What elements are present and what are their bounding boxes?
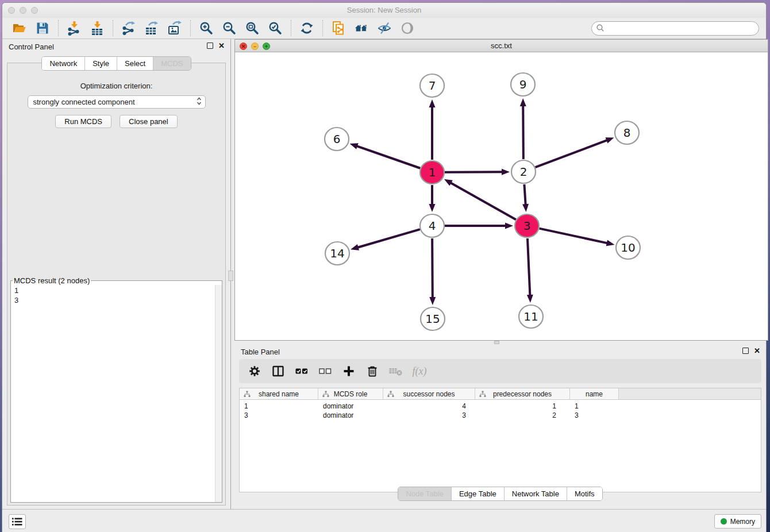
mcds-result-text[interactable]: 1 3 [11,285,215,502]
shared-column-icon [387,391,394,399]
header-filler [619,388,761,399]
export-image-icon[interactable] [166,20,183,37]
cell-name[interactable]: 1 [570,402,619,411]
result-scrollbar[interactable] [215,285,222,502]
delete-table-icon [388,364,403,379]
tab-network[interactable]: Network [42,57,84,70]
cell-shared-name[interactable]: 3 [240,411,318,421]
cell-shared-name[interactable]: 1 [240,402,318,411]
memory-button[interactable]: Memory [714,514,761,529]
content-area: Control Panel ✕ Network Style Select MCD… [2,39,766,509]
export-network-icon[interactable] [120,20,137,37]
memory-status-dot [721,518,727,525]
cell-mcds-role[interactable]: dominator [318,411,383,421]
apply-preferred-layout-icon[interactable] [298,20,315,37]
table-row[interactable]: 1 dominator 4 1 1 [240,402,761,411]
float-table-panel-icon[interactable] [742,348,749,354]
zoom-out-icon[interactable] [221,20,238,37]
column-header-mcds-role[interactable]: MCDS role [318,388,383,399]
column-layout-icon[interactable] [271,364,286,379]
control-panel-tabs: Network Style Select MCDS [2,56,230,71]
mcds-result-box: MCDS result (2 nodes) 1 3 [10,276,222,503]
cell-name[interactable]: 3 [570,411,619,421]
run-mcds-button[interactable]: Run MCDS [55,115,111,128]
tab-select[interactable]: Select [117,57,153,70]
graphics-details-icon[interactable] [376,20,393,37]
cell-predecessor-nodes[interactable]: 2 [475,411,570,421]
graph-node-label: 3 [523,219,531,233]
select-stepper-icon [197,97,202,107]
open-session-icon[interactable] [11,20,28,37]
network-minimize-button[interactable]: − [251,43,259,50]
close-table-panel-icon[interactable]: ✕ [754,348,760,354]
table-row[interactable]: 3 dominator 3 2 3 [240,411,761,421]
tab-node-table[interactable]: Node Table [398,487,451,500]
cell-successor-nodes[interactable]: 3 [383,411,475,421]
control-panel: Control Panel ✕ Network Style Select MCD… [2,39,231,509]
tab-network-table[interactable]: Network Table [504,487,567,500]
zoom-fit-icon[interactable] [244,20,261,37]
save-session-icon[interactable] [34,20,51,37]
graph-node-label: 10 [621,241,635,255]
control-panel-header: Control Panel ✕ [2,39,230,55]
mcds-result-title: MCDS result (2 nodes) [13,276,91,285]
graph-node-label: 11 [523,310,538,323]
birds-eye-view-icon[interactable] [399,20,416,37]
cell-mcds-role[interactable]: dominator [318,402,383,411]
panel-splitter-grip[interactable] [228,271,233,281]
graph-node-label: 6 [333,132,341,146]
graph-node-label: 4 [429,219,436,233]
toolbar-separator [291,20,291,36]
tab-mcds[interactable]: MCDS [153,57,190,70]
table-tabs: Node Table Edge Table Network Table Moti… [234,487,766,501]
close-panel-icon[interactable]: ✕ [218,43,225,49]
network-close-button[interactable]: ✕ [240,43,247,50]
cell-successor-nodes[interactable]: 4 [383,402,475,411]
column-header-name[interactable]: name [570,388,619,399]
search-icon [596,24,605,34]
first-neighbors-icon[interactable] [353,20,370,37]
status-bar: Memory [2,509,766,532]
network-canvas[interactable]: 1234678910111415 [235,52,768,340]
optimization-criterion-label: Optimization criterion: [7,82,225,90]
optimization-criterion-select[interactable]: strongly connected component [28,95,206,109]
window-title: Session: New Session [2,3,766,18]
network-maximize-button[interactable]: + [263,43,270,50]
task-history-button[interactable] [9,514,26,529]
add-column-icon[interactable] [341,364,356,379]
cell-predecessor-nodes[interactable]: 1 [475,402,570,411]
node-table[interactable]: shared name MCDS role successor nodes pr… [239,388,761,492]
tab-motifs[interactable]: Motifs [567,487,602,500]
export-table-icon[interactable] [143,20,160,37]
float-panel-icon[interactable] [207,43,213,49]
toolbar-separator [58,20,59,36]
settings-gear-icon[interactable] [247,364,262,379]
shared-column-icon [244,391,251,399]
network-graph: 1234678910111415 [235,52,768,340]
clone-network-icon[interactable] [330,20,347,37]
zoom-in-icon[interactable] [198,20,215,37]
unselect-all-icon[interactable] [318,364,333,379]
graph-node-label: 8 [623,126,631,140]
table-panel: Table Panel ✕ [234,344,766,509]
import-table-icon[interactable] [88,20,106,37]
column-header-successor-nodes[interactable]: successor nodes [383,388,475,399]
mcds-panel: Optimization criterion: strongly connect… [7,63,226,506]
shared-column-icon [479,391,486,399]
graph-node-label: 7 [429,79,436,92]
select-all-icon[interactable] [294,364,309,379]
import-network-icon[interactable] [66,20,83,37]
tab-style[interactable]: Style [84,57,117,70]
column-header-predecessor-nodes[interactable]: predecessor nodes [475,388,570,399]
search-input[interactable] [605,23,759,34]
app-window: Session: New Session [2,2,767,532]
function-builder-icon: f(x) [412,364,427,379]
tab-edge-table[interactable]: Edge Table [451,487,504,500]
close-panel-button[interactable]: Close panel [120,115,178,128]
main-toolbar [2,18,766,39]
delete-column-icon[interactable] [365,364,380,379]
zoom-selected-icon[interactable] [267,20,284,37]
table-toolbar: f(x) [239,359,761,383]
column-header-shared-name[interactable]: shared name [240,388,318,399]
list-icon [11,517,23,526]
